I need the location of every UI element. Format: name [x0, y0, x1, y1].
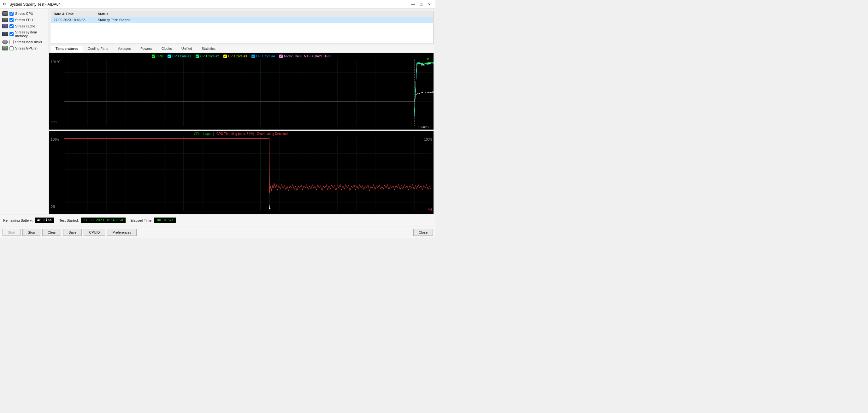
elapsed-time-label: Elapsed Time:: [131, 218, 153, 222]
minimize-button[interactable]: —: [409, 2, 416, 7]
tab-powers[interactable]: Powers: [136, 45, 157, 52]
remaining-battery-label: Remaining Battery:: [3, 218, 33, 222]
charts-area: CPUCPU Core #1CPU Core #2CPU Core #3CPU …: [49, 53, 434, 214]
legend-item-cpu-core4: CPU Core #4: [251, 55, 275, 58]
label-stress-fpu: Stress FPU: [15, 18, 33, 22]
legend-checkbox-micron[interactable]: [279, 55, 283, 58]
legend-checkbox-cpu-core2[interactable]: [196, 55, 199, 58]
legend-checkbox-cpu[interactable]: [152, 55, 155, 58]
stress-options-panel: Stress CPUStress FPUStress cacheStress s…: [0, 9, 49, 214]
svg-text:44: 44: [431, 91, 434, 94]
legend-checkbox-cpu-core4[interactable]: [251, 55, 255, 58]
cpuid-button[interactable]: CPUID: [84, 229, 105, 236]
temp-chart-svg: 96 96 44: [49, 53, 434, 130]
legend-label-cpu-core2: CPU Core #2: [200, 55, 219, 58]
svg-marker-54: [269, 207, 271, 209]
tab-cooling-fans[interactable]: Cooling Fans: [83, 45, 113, 52]
disk-icon: [2, 40, 8, 44]
cache-icon: [2, 24, 8, 28]
close-button-toolbar[interactable]: Close: [413, 229, 433, 236]
mem-icon: [2, 32, 8, 36]
test-started-label: Test Started:: [59, 218, 79, 222]
tabs-bar: TemperaturesCooling FansVoltagesPowersCl…: [51, 45, 434, 52]
log-header-date: Date & Time: [51, 11, 95, 17]
temperature-chart: CPUCPU Core #1CPU Core #2CPU Core #3CPU …: [49, 53, 434, 130]
legend-label-cpu: CPU: [156, 55, 163, 58]
fpu-icon: [2, 18, 8, 22]
preferences-button[interactable]: Preferences: [107, 229, 136, 236]
elapsed-time-value: 00:10:41: [154, 217, 176, 223]
log-row: 27.09.2023 18:46:58Stability Test: Start…: [51, 17, 433, 23]
window-title: System Stability Test - AIDA64: [9, 2, 61, 7]
gpu-icon: [2, 46, 8, 50]
log-cell-status: Stability Test: Started: [95, 17, 433, 23]
legend-item-cpu-core1: CPU Core #1: [167, 55, 191, 58]
label-stress-cache: Stress cache: [15, 24, 35, 28]
window-controls: — □ ✕: [409, 2, 433, 7]
log-cell-date: 27.09.2023 18:46:58: [51, 17, 95, 23]
start-button[interactable]: Start: [2, 229, 21, 236]
close-button[interactable]: ✕: [426, 2, 433, 7]
legend-label-micron: Micron_3400_MTFDKBA2T0TFH: [284, 55, 331, 58]
label-stress-cpu: Stress CPU: [15, 12, 33, 15]
checkbox-stress-fpu[interactable]: [9, 18, 13, 22]
bottom-toolbar: Start Stop Clear Save CPUID Preferences …: [0, 226, 435, 238]
title-bar: ⚙ System Stability Test - AIDA64 — □ ✕: [0, 0, 435, 9]
main-content: Stress CPUStress FPUStress cacheStress s…: [0, 9, 435, 214]
tab-clocks[interactable]: Clocks: [157, 45, 177, 52]
bottom-status-bar: Remaining Battery: AC Line Test Started:…: [0, 214, 435, 226]
test-started-item: Test Started: 27.09.2023 18:46:58: [59, 217, 126, 223]
log-header-status: Status: [95, 11, 433, 17]
save-button[interactable]: Save: [63, 229, 82, 236]
temp-chart-legend: CPUCPU Core #1CPU Core #2CPU Core #3CPU …: [49, 55, 434, 58]
legend-item-cpu: CPU: [152, 55, 163, 58]
log-header: Date & Time Status: [51, 11, 433, 17]
checkbox-stress-gpus[interactable]: [9, 46, 13, 50]
tab-temperatures[interactable]: Temperatures: [51, 45, 83, 52]
label-stress-gpus: Stress GPU(s): [15, 46, 37, 50]
remaining-battery-item: Remaining Battery: AC Line: [3, 217, 54, 223]
stress-item-stress-disks: Stress local disks: [1, 39, 47, 45]
stress-item-stress-memory: Stress system memory: [1, 30, 47, 38]
legend-item-cpu-core2: CPU Core #2: [196, 55, 219, 58]
stop-button[interactable]: Stop: [22, 229, 40, 236]
legend-checkbox-cpu-core1[interactable]: [167, 55, 171, 58]
checkbox-stress-disks[interactable]: [9, 40, 13, 44]
cpu-icon: [2, 11, 8, 16]
tab-statistics[interactable]: Statistics: [197, 45, 220, 52]
elapsed-time-item: Elapsed Time: 00:10:41: [131, 217, 176, 223]
remaining-battery-value: AC Line: [35, 217, 54, 223]
checkbox-stress-memory[interactable]: [9, 32, 13, 36]
app-icon: ⚙: [2, 2, 7, 7]
log-area: Date & Time Status 27.09.2023 18:46:58St…: [51, 11, 434, 44]
maximize-button[interactable]: □: [418, 2, 425, 7]
usage-chart-svg: [49, 131, 434, 214]
legend-checkbox-cpu-core3[interactable]: [223, 55, 227, 58]
legend-item-micron: Micron_3400_MTFDKBA2T0TFH: [279, 55, 331, 58]
cpu-usage-chart: CPU Usage | CPU Throttling (max: 34%) - …: [49, 131, 434, 214]
legend-label-cpu-core4: CPU Core #4: [256, 55, 275, 58]
tab-voltages[interactable]: Voltages: [113, 45, 136, 52]
right-panel: Date & Time Status 27.09.2023 18:46:58St…: [49, 9, 435, 214]
legend-label-cpu-core1: CPU Core #1: [172, 55, 191, 58]
svg-text:96: 96: [431, 61, 434, 64]
test-started-value: 27.09.2023 18:46:58: [81, 217, 126, 223]
stress-item-stress-fpu: Stress FPU: [1, 17, 47, 23]
legend-label-cpu-core3: CPU Core #3: [228, 55, 247, 58]
legend-item-cpu-core3: CPU Core #3: [223, 55, 247, 58]
checkbox-stress-cpu[interactable]: [9, 12, 13, 16]
tab-unified[interactable]: Unified: [177, 45, 197, 52]
checkbox-stress-cache[interactable]: [9, 24, 13, 28]
stress-item-stress-cache: Stress cache: [1, 23, 47, 29]
stress-item-stress-gpus: Stress GPU(s): [1, 45, 47, 51]
stress-item-stress-cpu: Stress CPU: [1, 11, 47, 16]
label-stress-memory: Stress system memory: [15, 30, 46, 38]
label-stress-disks: Stress local disks: [15, 40, 42, 44]
clear-button[interactable]: Clear: [42, 229, 61, 236]
